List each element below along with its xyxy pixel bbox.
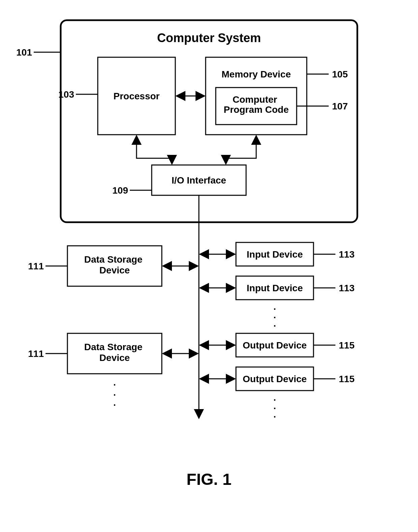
- diagram-figure: Computer System 101 Processor 103 Memory…: [0, 0, 418, 532]
- svg-text:Computer
  Program Code: Computer Program Code: [224, 94, 289, 115]
- svg-text:.: .: [113, 397, 116, 408]
- ref-103: 103: [58, 89, 74, 100]
- ref-115-b: 115: [339, 374, 355, 384]
- arrow-memory-io: [226, 136, 256, 163]
- ref-111-b: 111: [28, 348, 44, 359]
- svg-text:Data Storage
  Device: Data Storage Device: [84, 254, 145, 275]
- ref-113-a: 113: [339, 249, 355, 260]
- ref-111-a: 111: [28, 261, 44, 271]
- program-label-line2: Program Code: [224, 104, 289, 115]
- computer-system-box: [61, 20, 357, 222]
- input-label-2: Input Device: [247, 283, 303, 293]
- program-label-line1: Computer: [233, 94, 277, 105]
- figure-caption: FIG. 1: [186, 470, 231, 488]
- memory-label: Memory Device: [221, 69, 291, 79]
- ref-105: 105: [332, 69, 348, 79]
- svg-text:Data Storage
  Device: Data Storage Device: [84, 342, 145, 363]
- ref-107: 107: [332, 101, 348, 111]
- arrow-processor-io: [137, 136, 172, 163]
- svg-text:.: .: [113, 387, 116, 398]
- ref-109: 109: [112, 185, 128, 196]
- system-title: Computer System: [157, 31, 261, 45]
- output-label-2: Output Device: [243, 374, 307, 384]
- ref-101: 101: [16, 47, 32, 58]
- ref-115-a: 115: [339, 340, 355, 351]
- input-label-1: Input Device: [247, 249, 303, 260]
- svg-text:.: .: [273, 409, 276, 420]
- svg-text:.: .: [273, 318, 276, 329]
- io-label: I/O Interface: [172, 175, 226, 186]
- output-label-1: Output Device: [243, 340, 307, 351]
- ellipsis-storage: .: [113, 377, 116, 388]
- ref-113-b: 113: [339, 283, 355, 293]
- processor-label: Processor: [114, 91, 160, 101]
